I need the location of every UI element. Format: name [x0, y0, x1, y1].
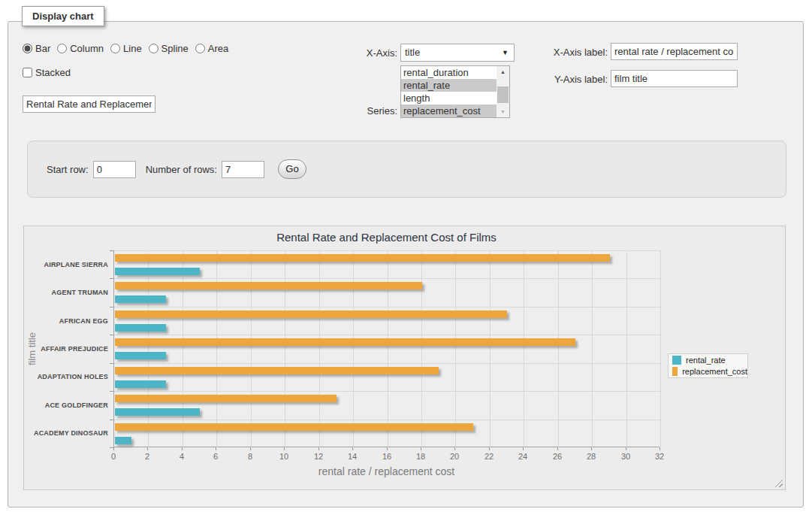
x-tick-label: 20	[443, 452, 466, 461]
chart-type-column[interactable]: Column	[57, 43, 104, 54]
series-option-length[interactable]: length	[401, 92, 497, 105]
x-tick-label: 22	[478, 452, 500, 461]
rental_rate-bar	[115, 408, 200, 416]
gridline-vertical	[660, 250, 661, 447]
gridline-vertical	[592, 250, 593, 447]
category-label: ADAPTATION HOLES	[24, 373, 108, 380]
series-option-replacement_cost[interactable]: replacement_cost	[401, 105, 497, 117]
stacked-option: Stacked	[23, 67, 71, 78]
x-tick-mark	[318, 447, 319, 450]
chart-type-spline[interactable]: Spline	[149, 43, 189, 54]
x-tick-label: 0	[102, 452, 125, 461]
series-option-rental_rate[interactable]: rental_rate	[401, 79, 497, 92]
chart-type-radio-label: Spline	[161, 43, 189, 54]
chart-type-radio-bar[interactable]	[23, 44, 32, 53]
replacement_cost-bar	[115, 367, 439, 374]
chart-type-radio-line[interactable]	[110, 44, 120, 53]
chart-title: Rental Rate and Replacement Cost of Film…	[113, 231, 660, 244]
chart-container: Rental Rate and Replacement Cost of Film…	[23, 226, 786, 490]
x-tick-mark	[387, 447, 388, 450]
stacked-checkbox-label[interactable]: Stacked	[23, 67, 71, 78]
x-tick-label: 26	[546, 452, 569, 461]
gridline-vertical	[353, 250, 354, 447]
chart-type-radio-label: Bar	[35, 43, 50, 54]
scroll-down-icon[interactable]: ▼	[497, 106, 509, 117]
y-tick-mark	[110, 420, 113, 420]
num-rows-input[interactable]	[222, 161, 264, 178]
category-label: AFFAIR PREJUDICE	[24, 345, 108, 353]
replacement_cost-bar	[115, 282, 422, 289]
x-axis-select-label: X-Axis:	[324, 47, 397, 59]
category-label: AGENT TRUMAN	[24, 289, 108, 296]
x-axis-label-input[interactable]	[611, 43, 738, 60]
gridline-vertical	[626, 250, 627, 447]
x-axis-selected-value: title	[405, 47, 420, 58]
replacement_cost-bar	[115, 338, 575, 346]
category-label: ACADEMY DINOSAUR	[24, 429, 108, 437]
gridline-horizontal	[114, 278, 660, 279]
x-tick-label: 32	[648, 452, 671, 461]
chart-legend: rental_ratereplacement_cost	[668, 353, 748, 378]
category-label: AFRICAN EGG	[24, 317, 108, 325]
legend-item-rental_rate[interactable]: rental_rate	[672, 356, 747, 365]
scrollbar-thumb[interactable]	[497, 86, 509, 103]
x-tick-mark	[216, 447, 216, 450]
x-tick-label: 24	[512, 452, 534, 461]
x-axis-label-field-label: X-Axis label:	[500, 47, 608, 58]
x-axis-select[interactable]: title ▼	[400, 44, 515, 62]
series-select-label: Series:	[324, 105, 397, 117]
series-option-rental_duration[interactable]: rental_duration	[401, 66, 497, 79]
rental_rate-bar	[115, 437, 131, 444]
x-tick-label: 8	[239, 452, 261, 461]
x-tick-mark	[626, 447, 626, 450]
x-tick-label: 6	[204, 452, 227, 461]
replacement_cost-bar	[115, 423, 473, 431]
stacked-checkbox[interactable]	[23, 68, 32, 77]
x-tick-mark	[489, 447, 490, 450]
chart-type-bar[interactable]: Bar	[23, 43, 50, 54]
y-tick-mark	[110, 391, 113, 392]
gridline-vertical	[285, 250, 285, 447]
y-axis-label-field-label: Y-Axis label:	[500, 74, 608, 85]
gridline-horizontal	[114, 307, 660, 308]
start-row-label: Start row:	[47, 164, 89, 175]
start-row-input[interactable]	[93, 161, 136, 178]
gridline-vertical	[490, 250, 491, 447]
x-tick-label: 2	[136, 452, 158, 461]
go-button[interactable]: Go	[278, 159, 306, 179]
x-tick-mark	[147, 447, 148, 450]
gridline-horizontal	[114, 363, 660, 364]
legend-item-replacement_cost[interactable]: replacement_cost	[672, 367, 747, 376]
legend-swatch	[672, 356, 681, 365]
chart-type-line[interactable]: Line	[110, 43, 142, 54]
chart-title-input[interactable]	[23, 95, 155, 113]
panel-legend: Display chart	[22, 6, 104, 26]
chart-type-radio-column[interactable]	[57, 44, 67, 53]
x-tick-mark	[352, 447, 353, 450]
category-label: ACE GOLDFINGER	[24, 401, 108, 409]
page: Display chart BarColumnLineSplineArea St…	[0, 0, 812, 512]
x-tick-label: 18	[409, 452, 432, 461]
x-tick-label: 28	[580, 452, 602, 461]
gridline-horizontal	[114, 250, 660, 251]
resize-handle-icon[interactable]	[774, 479, 783, 487]
y-tick-mark	[110, 363, 113, 364]
y-axis-label-input[interactable]	[611, 70, 738, 87]
x-tick-mark	[113, 447, 114, 450]
x-tick-mark	[182, 447, 183, 450]
chart-type-area[interactable]: Area	[195, 43, 228, 54]
row-controls-panel: Start row: Number of rows: Go	[27, 141, 786, 198]
gridline-vertical	[388, 250, 388, 447]
x-tick-mark	[454, 447, 455, 450]
series-options: rental_durationrental_ratelengthreplacem…	[401, 66, 497, 117]
series-listbox[interactable]: rental_durationrental_ratelengthreplacem…	[400, 65, 510, 118]
plot-area	[113, 250, 660, 447]
gridline-vertical	[216, 250, 217, 447]
x-tick-label: 14	[341, 452, 364, 461]
gridline-vertical	[558, 250, 559, 447]
legend-label: replacement_cost	[682, 367, 747, 376]
chart-type-radio-spline[interactable]	[149, 44, 158, 53]
x-tick-label: 12	[307, 452, 330, 461]
chart-type-radio-area[interactable]	[195, 44, 205, 53]
x-tick-label: 30	[614, 452, 637, 461]
